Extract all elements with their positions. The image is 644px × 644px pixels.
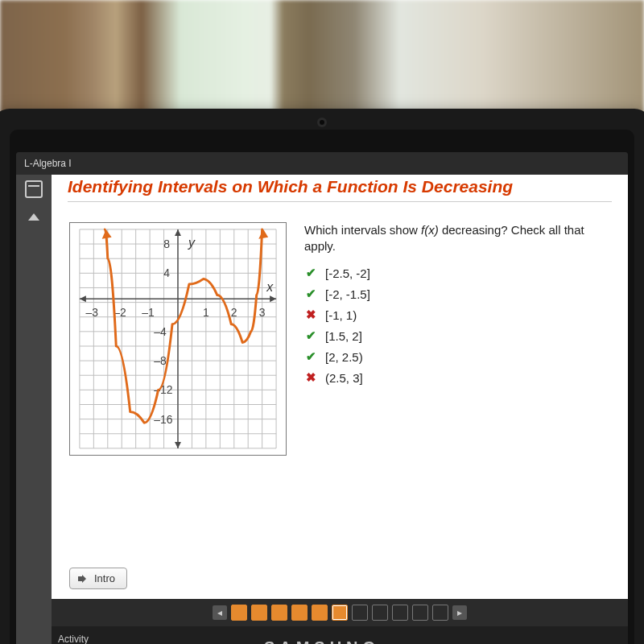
pager-cell-5[interactable] — [312, 605, 328, 621]
svg-marker-36 — [175, 442, 181, 448]
pager-cell-11[interactable] — [432, 605, 448, 621]
pager-cell-4[interactable] — [291, 605, 308, 621]
svg-marker-50 — [258, 229, 268, 239]
pager-cell-3[interactable] — [271, 605, 287, 621]
check-icon: ✔ — [304, 266, 317, 279]
course-label: L-Algebra I — [16, 152, 628, 175]
pager-cell-9[interactable] — [392, 605, 408, 621]
svg-text:3: 3 — [259, 306, 266, 319]
svg-text:–16: –16 — [154, 413, 172, 426]
pager-cell-7[interactable] — [352, 605, 368, 621]
y-axis-label: y — [188, 236, 196, 250]
calculator-button[interactable] — [23, 180, 45, 199]
pager-cells — [231, 605, 448, 621]
option-text: [2, 2.5) — [325, 350, 363, 364]
intro-button[interactable]: Intro — [69, 568, 127, 589]
screen: L-Algebra I Identifying Intervals on Whi… — [16, 152, 628, 644]
x-icon: ✖ — [304, 371, 317, 384]
chevron-up-icon — [28, 213, 39, 221]
option-4[interactable]: ✔[2, 2.5) — [304, 350, 605, 364]
option-1[interactable]: ✔[-2, -1.5] — [304, 287, 605, 301]
svg-text:4: 4 — [163, 266, 170, 279]
option-text: [-1, 1) — [325, 308, 357, 322]
option-text: [-2, -1.5] — [325, 287, 370, 301]
svg-text:–4: –4 — [154, 325, 167, 338]
option-5[interactable]: ✖(2.5, 3] — [304, 371, 605, 385]
pager-cell-8[interactable] — [372, 605, 388, 621]
lesson-body: y x 84–4–8–12–16 –3–2–1123 Which interva… — [52, 211, 628, 456]
graph-svg: y x 84–4–8–12–16 –3–2–1123 — [69, 222, 287, 456]
left-toolbar — [16, 175, 52, 644]
pager-prev[interactable]: ◂ — [213, 605, 227, 620]
lesson-title: Identifying Intervals on Which a Functio… — [52, 175, 628, 211]
pager-next[interactable]: ▸ — [452, 605, 467, 620]
option-0[interactable]: ✔[-2.5, -2] — [304, 266, 605, 280]
option-text: [-2.5, -2] — [325, 266, 370, 280]
answers-panel: Which intervals show f(x) decreasing? Ch… — [287, 211, 628, 392]
question-fx: f(x) — [421, 223, 439, 237]
svg-text:–8: –8 — [154, 354, 167, 367]
check-icon: ✔ — [304, 329, 317, 342]
svg-text:–1: –1 — [142, 306, 155, 319]
svg-text:2: 2 — [231, 306, 237, 319]
svg-text:–3: –3 — [85, 306, 98, 319]
pager-cell-6[interactable] — [332, 605, 348, 621]
laptop-bezel: L-Algebra I Identifying Intervals on Whi… — [0, 109, 644, 644]
svg-marker-35 — [175, 229, 181, 236]
x-icon: ✖ — [304, 308, 317, 321]
laptop-brand: SAMSUNG — [264, 638, 380, 644]
speaker-icon — [78, 574, 89, 584]
function-graph: y x 84–4–8–12–16 –3–2–1123 — [69, 222, 287, 456]
pager-cell-10[interactable] — [412, 605, 428, 621]
svg-text:1: 1 — [203, 306, 209, 319]
intro-label: Intro — [94, 572, 115, 584]
calculator-icon — [25, 180, 43, 198]
svg-marker-32 — [270, 295, 276, 302]
question-text: Which intervals show f(x) decreasing? Ch… — [304, 222, 605, 255]
option-2[interactable]: ✖[-1, 1) — [304, 308, 605, 322]
question-part-a: Which intervals show — [304, 223, 421, 237]
options-list: ✔[-2.5, -2]✔[-2, -1.5]✖[-1, 1)✔[1.5, 2]✔… — [304, 266, 605, 385]
lesson-content: Identifying Intervals on Which a Functio… — [52, 175, 628, 644]
pager-cell-1[interactable] — [231, 605, 247, 621]
webcam — [317, 118, 327, 127]
check-icon: ✔ — [304, 287, 317, 300]
pager-cell-2[interactable] — [251, 605, 267, 621]
option-text: [1.5, 2] — [325, 329, 362, 343]
option-text: (2.5, 3] — [325, 371, 363, 385]
svg-text:8: 8 — [163, 237, 170, 250]
svg-marker-33 — [80, 295, 86, 302]
collapse-button[interactable] — [23, 207, 45, 226]
pager-bar: ◂ ▸ — [52, 599, 628, 626]
check-icon: ✔ — [304, 350, 317, 363]
svg-marker-49 — [102, 229, 112, 239]
x-axis-label: x — [266, 280, 274, 294]
option-3[interactable]: ✔[1.5, 2] — [304, 329, 605, 343]
